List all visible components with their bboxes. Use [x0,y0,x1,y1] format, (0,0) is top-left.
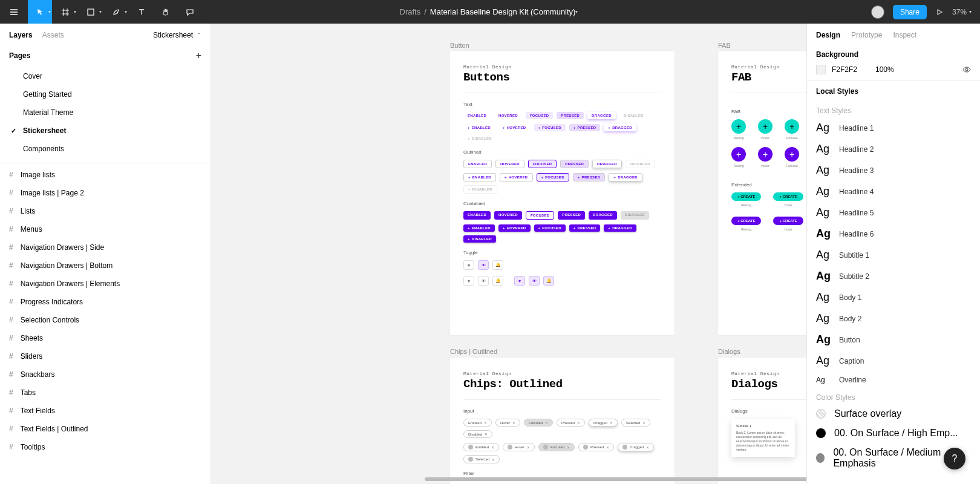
page-item[interactable]: Material Theme [0,103,211,122]
frame-icon: # [9,352,13,361]
frame-icon: # [9,370,13,379]
svg-rect-0 [88,9,94,15]
text-style-item[interactable]: AgBody 1 [807,287,980,308]
page-item[interactable]: Getting Started [0,85,211,103]
file-title-chevron[interactable]: ▾ [575,9,578,15]
frame-label-button[interactable]: Button [450,42,469,49]
text-style-item[interactable]: AgHeadline 4 [807,181,980,202]
color-style-item[interactable]: 00. On Surface / High Emp... [807,424,980,443]
layer-item[interactable]: #Tooltips [0,438,211,456]
layer-item[interactable]: #Tabs [0,384,211,402]
file-title[interactable]: Material Baseline Design Kit (Community) [430,7,576,16]
text-style-item[interactable]: AgHeadline 2 [807,139,980,160]
layer-item[interactable]: #Navigation Drawers | Bottom [0,257,211,275]
visibility-icon[interactable] [962,65,971,74]
layer-item[interactable]: #Lists [0,202,211,220]
frame-chips[interactable]: Material Design Chips: Outlined Input En… [450,358,675,484]
layer-item[interactable]: #Image lists | Page 2 [0,184,211,202]
text-style-item[interactable]: AgButton [807,329,980,350]
canvas[interactable]: Button Material Design Buttons Text ENAB… [211,24,806,484]
help-button[interactable]: ? [944,448,965,469]
breadcrumb-parent[interactable]: Drafts [400,7,421,16]
page-selector-chevron[interactable]: ⌃ [197,32,201,38]
frame-dialogs[interactable]: Material Design Dialogs Dialogs Subtitle… [718,358,806,484]
layers-tab[interactable]: Layers [9,31,33,39]
layer-item[interactable]: #Menus [0,220,211,238]
frame-button[interactable]: Material Design Buttons Text ENABLEDHOVE… [450,51,675,335]
toggle-eye-icon[interactable]: 👁 [478,276,489,286]
comment-tool[interactable] [178,0,202,24]
chip: Focused✕ [524,419,553,427]
frame-label-chips[interactable]: Chips | Outlined [450,348,497,355]
layer-item[interactable]: #Text Fields [0,402,211,420]
hand-tool[interactable] [154,0,178,24]
toggle-bell-icon[interactable]: 🔔 [492,276,503,286]
share-button[interactable]: Share [893,5,927,19]
background-hex[interactable]: F2F2F2 [832,65,857,74]
button-state-chip: DRAGGED [587,112,616,119]
text-style-item[interactable]: AgCaption [807,350,980,371]
toggle-heart-icon[interactable]: ♥ [463,260,474,270]
design-tab[interactable]: Design [816,31,840,39]
assets-tab[interactable]: Assets [42,31,64,39]
page-item[interactable]: Cover [0,67,211,85]
main-menu-button[interactable] [0,0,28,24]
frame-label-dialogs[interactable]: Dialogs [718,348,740,355]
move-tool-chevron[interactable]: ▾ [48,9,51,15]
frame-icon: # [9,316,13,324]
present-button[interactable] [935,8,944,16]
frame-fab[interactable]: Material Design FAB FAB +Resting+Hover+F… [718,51,806,335]
color-style-item[interactable]: Surface overlay [807,404,980,424]
page-item[interactable]: Stickersheet [0,122,211,140]
toggle-heart-icon[interactable]: ♥ [514,276,525,286]
extended-fab: + CREATE [731,192,761,201]
layer-item[interactable]: #Text Fields | Outlined [0,420,211,438]
inspect-tab[interactable]: Inspect [893,31,916,39]
frame-icon: # [9,171,13,179]
page-item[interactable]: Components [0,140,211,158]
text-style-item[interactable]: AgSubtitle 2 [807,266,980,287]
button-state-chip: PRESSED [569,124,601,131]
button-state-chip: HOVERED [494,112,522,119]
text-style-item[interactable]: AgHeadline 6 [807,223,980,244]
text-style-item[interactable]: AgHeadline 5 [807,202,980,223]
frame-label-fab[interactable]: FAB [718,42,731,49]
text-style-item[interactable]: AgHeadline 1 [807,117,980,139]
button-state-chip: HOVERED [494,211,522,220]
text-style-item[interactable]: AgHeadline 3 [807,160,980,181]
layer-item[interactable]: #Image lists [0,166,211,184]
avatar[interactable] [871,5,884,19]
text-style-item[interactable]: AgOverline [807,371,980,388]
text-tool[interactable] [129,0,154,24]
layer-item[interactable]: #Selection Controls [0,311,211,329]
chip: Enabled✕ [463,419,492,427]
toggle-eye-icon[interactable]: 👁 [478,260,489,270]
frame-tool-chevron[interactable]: ▾ [74,9,76,15]
layer-item[interactable]: #Progress Indicators [0,293,211,311]
text-style-item[interactable]: AgBody 2 [807,308,980,329]
background-label: Background [816,50,971,59]
button-state-chip: HOVERED [498,124,531,131]
layer-item[interactable]: #Navigation Drawers | Side [0,238,211,257]
shape-tool-chevron[interactable]: ▾ [99,9,102,15]
prototype-tab[interactable]: Prototype [851,31,882,39]
add-page-button[interactable]: + [196,50,201,61]
background-opacity[interactable]: 100% [875,65,894,74]
breadcrumb[interactable]: Drafts / Material Baseline Design Kit (C… [400,7,581,16]
layer-item[interactable]: #Sheets [0,329,211,347]
button-state-chip: FOCUSED [534,224,566,232]
layer-item[interactable]: #Sliders [0,347,211,365]
layer-item[interactable]: #Navigation Drawers | Elements [0,275,211,293]
zoom-control[interactable]: 37%▾ [952,8,972,16]
page-selector[interactable]: Stickersheet [153,31,193,39]
text-style-item[interactable]: AgSubtitle 1 [807,244,980,266]
toggle-bell-icon[interactable]: 🔔 [492,260,503,270]
extended-fab: + CREATE [773,192,803,201]
toggle-eye-icon[interactable]: 👁 [529,276,540,286]
pen-tool-chevron[interactable]: ▾ [125,9,127,15]
toggle-heart-icon[interactable]: ♥ [463,276,474,286]
background-swatch[interactable] [816,65,826,74]
layer-item[interactable]: #Snackbars [0,365,211,384]
toggle-bell-icon[interactable]: 🔔 [543,276,554,286]
canvas-horizontal-scrollbar[interactable] [425,477,806,481]
